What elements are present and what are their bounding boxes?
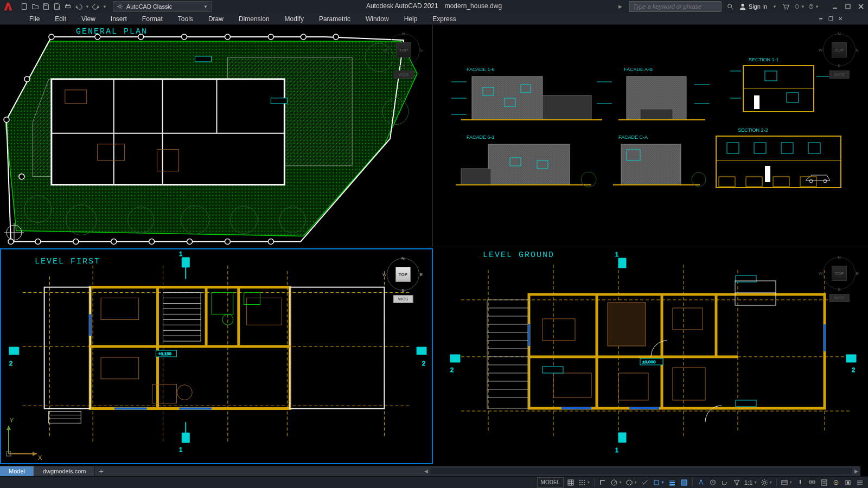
viewport-bottom-left-active[interactable]: LEVEL FIRST [0,248,433,464]
svg-rect-107 [719,177,735,187]
annotation-scale-icon[interactable]: 1:1▼ [743,477,759,488]
cart-icon[interactable] [780,1,791,12]
menu-format[interactable]: Format [135,13,170,24]
svg-rect-172 [529,294,825,408]
viewport-top-right[interactable]: FACADE 1-6 FACADE A-B SECTION 1-1 [434,25,868,247]
menu-express[interactable]: Express [425,13,463,24]
viewport-top-left[interactable]: GENERAL PLAN [0,25,433,247]
selection-filter-icon[interactable] [731,477,743,488]
layout-tab-model[interactable]: Model [0,466,34,476]
menu-tools[interactable]: Tools [170,13,201,24]
chevron-right-icon[interactable]: ▶ [615,1,626,12]
osnap-2d-icon[interactable]: ▼ [651,477,666,488]
workspace-selector[interactable]: AutoCAD Classic ▼ [113,1,212,12]
doc-close-button[interactable]: ✕ [837,15,844,23]
scroll-right-icon[interactable]: ▶ [852,467,860,476]
selection-cycling-icon[interactable] [695,477,707,488]
menu-insert[interactable]: Insert [103,13,135,24]
undo-icon[interactable] [74,2,84,11]
minimize-button[interactable] [830,3,840,10]
svg-point-32 [333,34,339,40]
viewcube[interactable]: TOP NSEW WCS [820,253,858,301]
doc-restore-button[interactable]: ❐ [827,15,834,23]
layout-tab[interactable]: dwgmodels.com [34,466,95,476]
menu-draw[interactable]: Draw [201,13,231,24]
menu-window[interactable]: Window [358,13,397,24]
redo-icon[interactable] [91,2,101,11]
menu-dimension[interactable]: Dimension [231,13,277,24]
new-icon[interactable] [20,2,29,11]
menu-file[interactable]: File [22,13,47,24]
osnap-track-icon[interactable] [639,477,651,488]
svg-point-227 [700,479,701,481]
search-icon[interactable] [725,1,736,12]
polar-icon[interactable]: ▼ [609,477,624,488]
menu-edit[interactable]: Edit [47,13,74,24]
viewcube[interactable]: TOP NSEW WCS [385,29,423,78]
saveas-icon[interactable] [52,2,62,11]
save-icon[interactable] [41,2,51,11]
annotation-monitor-icon[interactable] [794,477,806,488]
signin-button[interactable]: Sign In ▼ [739,3,777,10]
user-icon [739,3,746,10]
svg-rect-87 [461,169,491,185]
maximize-button[interactable] [843,3,853,10]
search-input[interactable] [629,1,722,12]
scroll-left-icon[interactable]: ◀ [422,467,430,476]
add-layout-button[interactable]: + [95,467,107,476]
isolate-objects-icon[interactable] [830,477,842,488]
workspace-icon[interactable]: ▼ [779,477,794,488]
svg-text:2: 2 [9,360,12,367]
svg-rect-195 [673,368,705,400]
viewport-bottom-right[interactable]: LEVEL GROUND ±0.000 1 [434,248,868,464]
svg-point-29 [225,34,230,40]
open-icon[interactable] [30,2,40,11]
svg-point-25 [49,34,54,40]
ortho-icon[interactable] [597,477,609,488]
viewcube[interactable]: TOP NSEW WCS [820,29,858,78]
isodraft-icon[interactable]: ▼ [624,477,639,488]
svg-rect-138 [152,384,177,403]
svg-point-140 [177,385,192,400]
svg-point-23 [19,174,24,179]
lineweight-icon[interactable] [666,477,678,488]
menu-view[interactable]: View [74,13,103,24]
svg-rect-1 [66,5,71,8]
quick-properties-icon[interactable] [818,477,830,488]
gear-icon[interactable]: ▼ [759,477,774,488]
svg-rect-240 [847,481,849,484]
chevron-down-icon[interactable]: ▼ [102,2,107,11]
menu-help[interactable]: Help [397,13,425,24]
units-icon[interactable] [806,477,818,488]
svg-point-212 [582,480,583,481]
menu-modify[interactable]: Modify [277,13,311,24]
doc-minimize-button[interactable]: ━ [817,15,825,23]
3d-osnap-icon[interactable] [707,477,719,488]
svg-rect-103 [808,143,820,153]
print-icon[interactable] [63,2,73,11]
horizontal-scrollbar[interactable]: Model dwgmodels.com + ◀ ▶ [0,466,860,476]
snap-icon[interactable]: ▼ [577,477,592,488]
svg-point-16 [73,239,79,245]
menu-parametric[interactable]: Parametric [311,13,358,24]
help-icon[interactable]: ?▼ [808,1,819,12]
svg-point-105 [809,179,813,183]
svg-point-30 [268,34,273,40]
svg-point-18 [149,239,155,245]
dynamic-ucs-icon[interactable] [719,477,731,488]
close-button[interactable] [856,3,866,10]
clean-screen-icon[interactable] [854,477,866,488]
app-logo[interactable] [2,1,14,12]
app-menu-icon[interactable]: ▼ [794,1,805,12]
modelspace-toggle[interactable]: MODEL [537,477,564,488]
transparency-icon[interactable] [678,477,690,488]
viewcube[interactable]: TOP NSEW WCS [384,254,422,303]
svg-rect-193 [618,373,648,400]
grid-icon[interactable] [565,477,577,488]
hardware-accel-icon[interactable] [842,477,854,488]
chevron-down-icon[interactable]: ▼ [85,2,90,11]
svg-point-27 [138,34,144,40]
svg-rect-232 [809,481,812,483]
svg-marker-160 [33,452,37,456]
chevron-down-icon: ▼ [773,4,777,9]
